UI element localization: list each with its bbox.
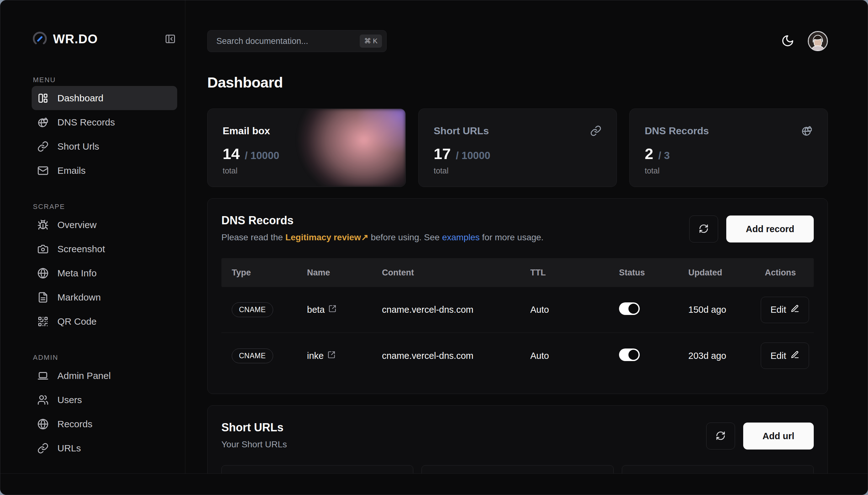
sidebar: WR.DO MENU Dashboard DNS Records Short U… [0,0,185,473]
record-name: beta [307,305,325,315]
edit-label: Edit [770,351,786,361]
stat-limit: / 10000 [245,150,279,161]
record-updated: 150d ago [678,305,754,315]
sidebar-item-short-urls[interactable]: Short Urls [32,134,177,158]
logo-row: WR.DO [32,30,177,48]
sidebar-item-screenshot[interactable]: Screenshot [32,237,177,261]
record-type-badge: CNAME [232,348,273,363]
external-link-icon [328,305,336,315]
sidebar-item-label: Overview [57,220,97,230]
record-name-link[interactable]: inke [297,351,371,361]
stat-value: 17 [434,145,451,163]
file-text-icon [37,292,49,303]
table-row: CNAME beta cname.vercel-dns.com Auto 150… [221,287,814,333]
nav-section-label-admin: ADMIN [33,354,177,362]
sidebar-item-dashboard[interactable]: Dashboard [32,86,177,110]
search-input[interactable] [216,36,360,46]
sidebar-collapse-button[interactable] [163,32,177,46]
stat-caption: total [645,166,813,175]
window-bottom-strip [0,473,868,495]
camera-icon [37,243,49,255]
stat-title: Short URLs [434,125,489,137]
stat-card-short-urls: Short URLs 17 / 10000 total [418,108,617,187]
edit-record-button[interactable]: Edit [761,343,809,369]
dashboard-icon [37,92,49,104]
status-toggle[interactable] [619,302,640,315]
search-by-slug-input[interactable] [221,465,413,473]
sidebar-item-admin-panel[interactable]: Admin Panel [32,363,177,388]
link-icon [590,125,602,136]
globe-icon [37,419,49,430]
dns-section-heading: DNS Records Please read the Legitimacy r… [221,215,543,243]
status-toggle[interactable] [619,348,640,361]
record-updated: 203d ago [678,351,754,361]
record-name-link[interactable]: beta [297,305,371,315]
sidebar-item-urls[interactable]: URLs [32,436,177,460]
sidebar-item-records[interactable]: Records [32,412,177,436]
app-window: WR.DO MENU Dashboard DNS Records Short U… [0,0,868,495]
search-by-target-input[interactable] [421,465,613,473]
globe-lock-icon [801,125,813,136]
stat-value: 14 [223,145,240,163]
sidebar-item-label: Users [57,395,82,405]
add-record-button[interactable]: Add record [726,216,814,242]
toggle-knob [628,350,639,360]
table-body: CNAME beta cname.vercel-dns.com Auto 150… [221,287,814,379]
add-url-button[interactable]: Add url [743,423,814,449]
sidebar-item-qr-code[interactable]: QR Code [32,309,177,334]
section-description: Please read the Legitimacy review↗ befor… [221,232,543,243]
column-header-updated: Updated [678,268,754,278]
column-header-ttl: TTL [520,268,609,278]
legitimacy-review-link[interactable]: Legitimacy review [285,233,361,242]
sidebar-item-label: Records [57,419,92,429]
stat-title: DNS Records [645,125,709,137]
topbar: ⌘ K [207,30,828,52]
globe-lock-icon [37,117,49,128]
dns-records-table: Type Name Content TTL Status Updated Act… [221,258,814,379]
refresh-button[interactable] [706,423,735,449]
edit-label: Edit [770,305,786,315]
examples-link[interactable]: examples [442,233,480,242]
sidebar-item-dns-records[interactable]: DNS Records [32,110,177,134]
refresh-icon [699,224,709,235]
record-ttl: Auto [520,351,609,361]
edit-record-button[interactable]: Edit [761,297,809,323]
desc-text: before using. See [368,233,442,242]
record-name: inke [307,351,324,361]
nav-section-label-menu: MENU [33,76,177,84]
sidebar-item-label: Admin Panel [57,371,111,381]
stats-row: Email box 14 / 10000 total Short URLs 17 [207,108,828,187]
dns-section-actions: Add record [689,215,814,242]
stat-value: 2 [645,145,653,163]
laptop-icon [37,370,49,381]
sidebar-item-overview[interactable]: Overview [32,213,177,237]
user-avatar[interactable] [808,31,828,51]
sidebar-item-label: Dashboard [57,93,103,103]
record-content: cname.vercel-dns.com [371,351,520,361]
sidebar-item-meta-info[interactable]: Meta Info [32,261,177,285]
stat-limit: / 3 [658,150,670,161]
sidebar-item-markdown[interactable]: Markdown [32,285,177,309]
stat-card-dns-records: DNS Records 2 / 3 total [629,108,828,187]
main-content: ⌘ K Dashboard [185,0,868,473]
record-content: cname.vercel-dns.com [371,305,520,315]
stat-title: Email box [223,125,270,137]
search-shortcut-badge: ⌘ K [360,34,382,48]
table-header-row: Type Name Content TTL Status Updated Act… [221,258,814,287]
short-urls-section: Short URLs Your Short URLs Add url [207,405,828,473]
theme-toggle-moon-icon[interactable] [780,34,795,49]
sidebar-item-users[interactable]: Users [32,388,177,412]
record-ttl: Auto [520,305,609,315]
sidebar-item-label: Screenshot [57,244,105,254]
bug-icon [37,219,49,231]
stat-card-email-box: Email box 14 / 10000 total [207,108,406,187]
external-arrow-icon: ↗ [361,233,368,242]
sidebar-item-label: Markdown [57,292,101,303]
search-box[interactable]: ⌘ K [207,30,387,52]
stat-caption: total [223,166,390,175]
logo-text: WR.DO [53,32,163,46]
pen-icon [791,304,799,315]
search-by-user-name-input[interactable] [622,465,814,473]
refresh-button[interactable] [689,216,718,242]
sidebar-item-emails[interactable]: Emails [32,158,177,183]
